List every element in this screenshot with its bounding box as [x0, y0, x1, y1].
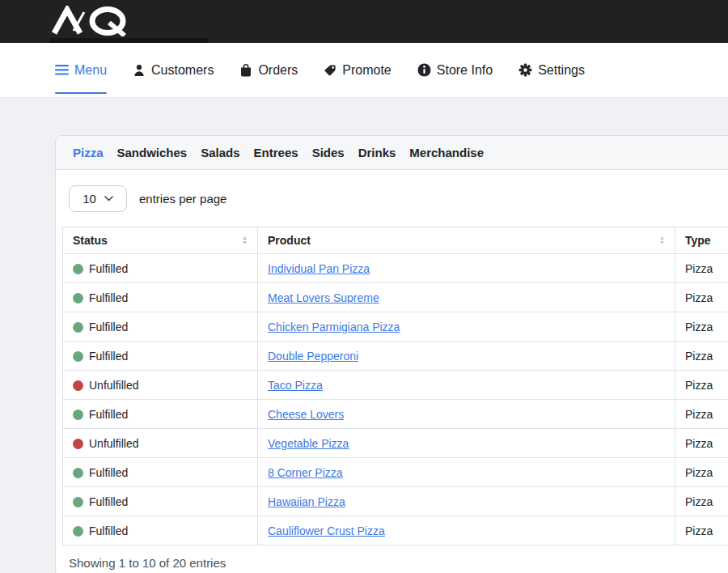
nav-item-customers[interactable]: Customers — [133, 63, 214, 78]
status-cell: Fulfilled — [63, 283, 258, 312]
nav-label: Promote — [342, 63, 391, 78]
nav-item-settings[interactable]: Settings — [518, 63, 585, 78]
status-cell: Fulfilled — [63, 487, 258, 516]
product-cell: Double Pepperoni — [258, 342, 675, 371]
product-link[interactable]: Hawaiian Pizza — [268, 495, 345, 508]
hamburger-icon — [55, 65, 69, 75]
sort-icon[interactable]: ▲▼ — [242, 236, 248, 245]
type-cell: Pizza — [675, 371, 728, 400]
column-header-type[interactable]: Type — [675, 227, 728, 254]
table-row: Fulfilled Meat Lovers Supreme Pizza — [63, 283, 728, 312]
column-header-product[interactable]: Product ▲▼ — [258, 227, 675, 254]
table-row: Fulfilled Double Pepperoni Pizza — [63, 342, 728, 371]
nav-item-promote[interactable]: Promote — [324, 63, 391, 78]
product-cell: Taco Pizza — [258, 371, 675, 400]
menu-card: Pizza Sandwiches Salads Entrees Sides Dr… — [55, 135, 728, 573]
product-link[interactable]: Vegetable Pizza — [268, 437, 349, 450]
entries-per-page-row: 10 entries per page — [69, 185, 728, 212]
product-link[interactable]: Chicken Parmigiana Pizza — [268, 320, 400, 333]
status-label: Fulfilled — [89, 524, 128, 537]
product-cell: Cauliflower Crust Pizza — [258, 516, 675, 545]
nav-label: Settings — [538, 63, 585, 78]
status-label: Fulfilled — [89, 350, 128, 363]
page-size-select[interactable]: 10 — [69, 185, 127, 212]
table-header-row: Status ▲▼ Product ▲▼ Type — [63, 227, 728, 254]
sort-icon[interactable]: ▲▼ — [659, 236, 665, 245]
table-row: Unfulfilled Vegetable Pizza Pizza — [63, 429, 728, 458]
tab-drinks[interactable]: Drinks — [358, 146, 396, 159]
tag-icon — [324, 64, 336, 77]
gear-icon — [518, 63, 532, 77]
type-cell: Pizza — [675, 400, 728, 429]
product-cell: Chicken Parmigiana Pizza — [258, 312, 675, 342]
product-cell: Cheese Lovers — [258, 400, 675, 429]
person-icon — [133, 64, 146, 77]
nav-item-orders[interactable]: Orders — [239, 63, 298, 78]
status-dot — [73, 439, 83, 449]
product-cell: 8 Corner Pizza — [258, 458, 675, 487]
type-label: Pizza — [685, 350, 713, 363]
nav-label: Menu — [74, 63, 107, 78]
type-label: Pizza — [685, 437, 713, 450]
page-content: Pizza Sandwiches Salads Entrees Sides Dr… — [0, 98, 728, 573]
product-link[interactable]: Double Pepperoni — [268, 350, 358, 363]
product-cell: Vegetable Pizza — [258, 429, 675, 458]
product-cell: Hawaiian Pizza — [258, 487, 675, 516]
status-dot — [73, 497, 83, 507]
tab-pizza[interactable]: Pizza — [73, 146, 104, 159]
status-label: Fulfilled — [89, 466, 128, 479]
status-dot — [73, 526, 83, 537]
type-label: Pizza — [685, 524, 713, 537]
product-link[interactable]: Cauliflower Crust Pizza — [268, 524, 385, 537]
status-cell: Unfulfilled — [63, 371, 258, 400]
nav-label: Customers — [151, 63, 214, 78]
type-cell: Pizza — [675, 283, 728, 312]
table-row: Fulfilled Hawaiian Pizza Pizza — [63, 487, 728, 516]
status-cell: Fulfilled — [63, 458, 258, 487]
main-nav: Menu Customers Orders Promote Store Info… — [0, 43, 728, 98]
product-link[interactable]: 8 Corner Pizza — [268, 466, 343, 479]
column-label: Type — [685, 234, 711, 247]
top-bar — [0, 0, 728, 43]
status-dot — [73, 264, 83, 274]
tab-merchandise[interactable]: Merchandise — [409, 146, 484, 159]
tab-sandwiches[interactable]: Sandwiches — [117, 146, 188, 159]
brand-logo — [50, 6, 139, 40]
type-label: Pizza — [685, 320, 713, 333]
category-tabs: Pizza Sandwiches Salads Entrees Sides Dr… — [56, 136, 728, 170]
product-link[interactable]: Cheese Lovers — [268, 408, 344, 421]
status-cell: Fulfilled — [63, 312, 258, 342]
product-cell: Individual Pan Pizza — [258, 254, 675, 283]
product-link[interactable]: Meat Lovers Supreme — [268, 291, 379, 304]
product-cell: Meat Lovers Supreme — [258, 283, 675, 312]
type-label: Pizza — [685, 408, 713, 421]
bag-icon — [239, 63, 252, 77]
tab-salads[interactable]: Salads — [201, 146, 239, 159]
type-cell: Pizza — [675, 516, 728, 545]
nav-item-menu[interactable]: Menu — [55, 63, 107, 78]
status-dot — [73, 410, 83, 420]
product-link[interactable]: Individual Pan Pizza — [268, 262, 370, 275]
status-label: Fulfilled — [89, 408, 128, 421]
table-row: Fulfilled Chicken Parmigiana Pizza Pizza — [63, 312, 728, 342]
product-link[interactable]: Taco Pizza — [268, 379, 323, 392]
status-cell: Fulfilled — [63, 342, 258, 371]
tab-sides[interactable]: Sides — [312, 146, 345, 159]
table-row: Fulfilled Individual Pan Pizza Pizza — [63, 254, 728, 283]
column-header-status[interactable]: Status ▲▼ — [63, 227, 258, 254]
nav-item-store-info[interactable]: Store Info — [417, 63, 493, 78]
status-cell: Fulfilled — [63, 516, 258, 545]
type-label: Pizza — [685, 379, 713, 392]
status-dot — [73, 293, 83, 303]
table-row: Fulfilled 8 Corner Pizza Pizza — [63, 458, 728, 487]
tab-entrees[interactable]: Entrees — [254, 146, 298, 159]
type-cell: Pizza — [675, 487, 728, 516]
status-label: Fulfilled — [89, 262, 128, 275]
table-row: Fulfilled Cauliflower Crust Pizza Pizza — [63, 516, 728, 545]
table-summary: Showing 1 to 10 of 20 entries — [69, 556, 728, 570]
logo-underline — [50, 38, 209, 43]
entries-per-page-label: entries per page — [139, 192, 226, 206]
status-label: Fulfilled — [89, 320, 128, 333]
aiq-logo-icon — [50, 6, 139, 36]
status-dot — [73, 351, 83, 362]
